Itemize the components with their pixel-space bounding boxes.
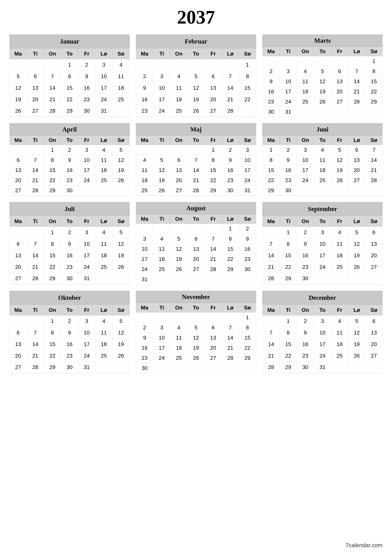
empty-day — [297, 284, 314, 284]
day-11: 11 — [331, 238, 348, 250]
day-header-to: To — [187, 135, 205, 145]
day-7: 7 — [187, 155, 205, 165]
day-4: 4 — [95, 226, 112, 238]
day-9: 9 — [263, 76, 280, 87]
day-header-fr: Fr — [331, 216, 348, 226]
day-25: 25 — [331, 350, 348, 362]
day-header-fr: Fr — [205, 135, 222, 145]
day-header-lø: Lø — [348, 135, 365, 145]
day-7: 7 — [205, 234, 222, 244]
day-11: 11 — [95, 155, 112, 165]
day-header-ma: Ma — [136, 135, 153, 145]
day-14: 14 — [27, 250, 44, 261]
day-12: 12 — [112, 155, 129, 165]
day-26: 26 — [153, 185, 170, 196]
day-31: 31 — [136, 274, 153, 285]
empty-day — [27, 196, 44, 196]
day-25: 25 — [170, 353, 187, 363]
day-29: 29 — [263, 185, 280, 196]
day-header-fr: Fr — [78, 135, 95, 145]
day-7: 7 — [222, 71, 239, 82]
day-2: 2 — [222, 145, 239, 155]
day-23: 23 — [297, 350, 314, 362]
day-30: 30 — [239, 264, 256, 274]
day-header-sø: Sø — [112, 216, 129, 226]
day-24: 24 — [78, 175, 95, 185]
day-5: 5 — [348, 315, 365, 327]
day-12: 12 — [348, 238, 365, 250]
day-4: 4 — [314, 145, 331, 155]
day-8: 8 — [44, 155, 61, 165]
day-header-ma: Ma — [10, 305, 27, 315]
day-28: 28 — [348, 97, 365, 107]
day-17: 17 — [136, 254, 153, 264]
day-12: 12 — [331, 155, 348, 165]
day-header-on: On — [297, 47, 314, 56]
day-14: 14 — [365, 155, 382, 165]
empty-day — [365, 107, 382, 117]
month-table-april: AprilMaTiOnToFrLøSø123456789101112131415… — [9, 123, 130, 196]
empty-day — [27, 315, 44, 327]
day-17: 17 — [297, 165, 314, 175]
day-13: 13 — [10, 250, 27, 261]
footer-credit: 7calendar.com — [346, 539, 383, 549]
empty-day — [263, 315, 280, 327]
day-18: 18 — [153, 254, 170, 264]
day-24: 24 — [136, 264, 153, 274]
day-header-lø: Lø — [95, 48, 112, 59]
day-17: 17 — [280, 87, 297, 97]
day-19: 19 — [170, 254, 187, 264]
day-30: 30 — [280, 185, 297, 196]
day-14: 14 — [27, 165, 44, 175]
day-3: 3 — [314, 226, 331, 238]
empty-day — [10, 145, 27, 155]
day-12: 12 — [10, 82, 27, 94]
day-6: 6 — [10, 155, 27, 165]
day-15: 15 — [222, 244, 239, 254]
day-20: 20 — [170, 175, 187, 185]
empty-day — [27, 145, 44, 155]
day-10: 10 — [239, 155, 256, 165]
day-14: 14 — [348, 76, 365, 87]
day-header-ma: Ma — [263, 305, 280, 315]
day-header-to: To — [187, 214, 205, 224]
month-header-januar: Januar — [10, 35, 130, 48]
day-header-on: On — [170, 48, 187, 59]
day-header-to: To — [314, 47, 331, 56]
empty-day — [314, 284, 331, 284]
day-1: 1 — [61, 59, 78, 71]
day-27: 27 — [348, 175, 365, 185]
empty-day — [153, 224, 170, 234]
empty-day — [44, 284, 61, 284]
month-table-juli: JuliMaTiOnToFrLøSø1234567891011121314151… — [9, 202, 130, 285]
day-20: 20 — [205, 343, 222, 353]
empty-day — [348, 284, 365, 284]
day-2: 2 — [61, 315, 78, 327]
day-7: 7 — [365, 145, 382, 155]
day-24: 24 — [314, 261, 331, 273]
empty-day — [78, 196, 95, 196]
day-header-on: On — [170, 303, 187, 313]
day-15: 15 — [205, 165, 222, 175]
empty-day — [170, 145, 187, 155]
day-16: 16 — [280, 165, 297, 175]
day-25: 25 — [314, 175, 331, 185]
day-19: 19 — [187, 94, 205, 105]
month-header-december: December — [263, 291, 383, 305]
day-1: 1 — [239, 59, 256, 71]
day-18: 18 — [297, 87, 314, 97]
day-25: 25 — [170, 105, 187, 117]
day-16: 16 — [136, 94, 153, 105]
empty-day — [10, 117, 27, 117]
day-7: 7 — [263, 327, 280, 338]
day-6: 6 — [205, 323, 222, 333]
day-23: 23 — [297, 261, 314, 273]
day-21: 21 — [263, 350, 280, 362]
empty-day — [280, 56, 297, 66]
day-22: 22 — [239, 94, 256, 105]
day-3: 3 — [78, 315, 95, 327]
day-24: 24 — [314, 350, 331, 362]
day-20: 20 — [365, 250, 382, 261]
day-14: 14 — [263, 250, 280, 261]
day-19: 19 — [314, 87, 331, 97]
